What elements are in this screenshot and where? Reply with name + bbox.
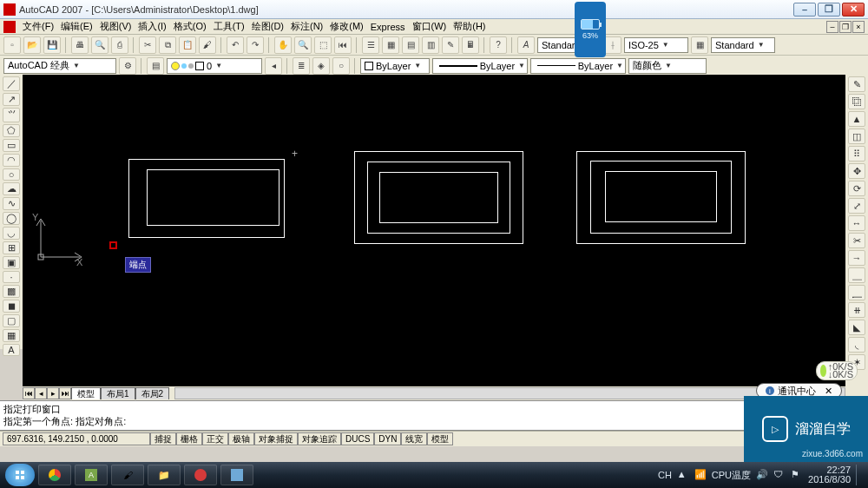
tab-layout1[interactable]: 布局1 [101,387,135,399]
toggle-snap[interactable]: 捕捉 [150,432,176,445]
lineweight-combo[interactable]: ByLayer▼ [530,58,626,74]
menu-help[interactable]: 帮助(H) [450,20,489,33]
rotate-icon[interactable]: ⟳ [848,181,865,196]
table-style-combo[interactable]: Standard▼ [711,37,775,53]
polygon-icon[interactable]: ⬠ [3,124,20,137]
tab-last-icon[interactable]: ⏭ [59,387,71,399]
sheet-set-icon[interactable]: ▥ [422,36,439,54]
tab-next-icon[interactable]: ▸ [47,387,59,399]
print-preview-icon[interactable]: 🔍 [91,36,108,54]
zoom-previous-icon[interactable]: ⏮ [334,36,352,54]
properties-icon[interactable]: ☰ [362,36,379,54]
insert-block-icon[interactable]: ⊞ [3,241,20,254]
menu-window[interactable]: 窗口(W) [409,20,450,33]
cut-icon[interactable]: ✂ [139,36,156,54]
copy-obj-icon[interactable]: ⿻ [848,94,865,109]
revcloud-icon[interactable]: ☁ [3,182,20,195]
match-prop-icon[interactable]: 🖌 [199,36,216,54]
mdi-restore-button[interactable]: ❐ [839,21,852,33]
command-window[interactable]: 指定打印窗口 指定第一个角点: 指定对角点: [0,400,868,431]
break-at-icon[interactable]: ⸏ [848,267,865,283]
coords-readout[interactable]: 697.6316, 149.2150 , 0.0000 [3,432,150,445]
tab-model[interactable]: 模型 [71,387,101,399]
toggle-dyn[interactable]: DYN [374,432,401,445]
tray-icon-1[interactable]: ▲ [677,469,689,481]
toggle-lwt[interactable]: 线宽 [401,432,427,445]
dim-style-combo[interactable]: ISO-25▼ [624,37,688,53]
menu-edit[interactable]: 编辑(E) [57,20,96,33]
table-icon[interactable]: ▦ [3,329,20,342]
tool-palettes-icon[interactable]: ▤ [402,36,419,54]
hatch-icon[interactable]: ▩ [3,285,20,298]
polyline-icon[interactable]: ⺍ [3,108,20,122]
toggle-grid[interactable]: 栅格 [176,432,202,445]
gradient-icon[interactable]: ◼ [3,300,20,313]
print-icon[interactable]: 🖶 [71,36,89,54]
point-icon[interactable]: · [3,271,20,283]
zoom-realtime-icon[interactable]: 🔍 [294,36,312,54]
ellipse-arc-icon[interactable]: ◡ [3,227,20,240]
netspeed-widget[interactable]: ↑0K/S ↓0K/S [816,361,858,380]
tray-clock[interactable]: 22:27 2016/8/30 [808,465,851,485]
menu-dimension[interactable]: 标注(N) [287,20,326,33]
spline-icon[interactable]: ∿ [3,197,20,210]
zoom-window-icon[interactable]: ⬚ [314,36,332,54]
tray-shield-icon[interactable]: 🛡 [773,469,786,481]
undo-icon[interactable]: ↶ [227,36,244,54]
show-desktop-button[interactable] [856,465,863,485]
taskbar-explorer-icon[interactable]: 📁 [148,465,181,485]
scale-icon[interactable]: ⤢ [848,198,865,214]
toggle-ducs[interactable]: DUCS [341,432,374,445]
layer-combo[interactable]: 0▼ [167,58,262,74]
minimize-button[interactable]: – [793,3,816,16]
array-icon[interactable]: ⠿ [848,146,865,162]
paste-icon[interactable]: 📋 [179,36,196,54]
menu-draw[interactable]: 绘图(D) [248,20,287,33]
qcalc-icon[interactable]: 🖩 [462,36,479,54]
taskbar-autocad-icon[interactable]: A [75,465,108,485]
open-icon[interactable]: 📂 [23,36,41,54]
taskbar-chrome-icon[interactable] [38,465,71,485]
mdi-minimize-button[interactable]: – [826,21,838,33]
region-icon[interactable]: ▢ [3,314,20,327]
menu-tools[interactable]: 工具(T) [210,20,248,33]
save-icon[interactable]: 💾 [43,36,61,54]
tab-first-icon[interactable]: ⏮ [23,387,35,399]
maximize-button[interactable]: ❐ [818,3,840,16]
mdi-close-button[interactable]: × [852,21,865,33]
tray-flag-icon[interactable]: ⚑ [791,469,803,481]
workspace-combo[interactable]: AutoCAD 经典▼ [3,58,116,74]
tray-sound-icon[interactable]: 🔊 [756,469,768,481]
menu-express[interactable]: Express [367,22,409,32]
arc-icon[interactable]: ◠ [3,154,20,167]
start-button[interactable] [5,464,35,486]
rectangle-icon[interactable]: ▭ [3,139,20,152]
layer-iso-icon[interactable]: ◈ [312,57,330,75]
layer-off-icon[interactable]: ○ [332,57,350,75]
text-style-icon[interactable]: A [517,36,535,54]
lang-indicator[interactable]: CH [658,470,672,480]
tab-layout2[interactable]: 布局2 [135,387,170,399]
menu-modify[interactable]: 修改(M) [326,20,367,33]
copy-icon[interactable]: ⧉ [159,36,176,54]
help-icon[interactable]: ? [490,36,507,54]
trim-icon[interactable]: ✂ [848,233,865,248]
mirror-icon[interactable]: ▲ [848,111,865,127]
tray-cpu-label[interactable]: CPU温度 [712,469,751,482]
toggle-polar[interactable]: 极轴 [228,432,254,445]
model-viewport[interactable]: Y X + 端点 [23,75,845,386]
offset-icon[interactable]: ◫ [848,129,865,144]
toggle-model[interactable]: 模型 [427,432,453,445]
xline-icon[interactable]: ↗ [3,93,20,106]
circle-icon[interactable]: ○ [3,168,20,181]
menu-insert[interactable]: 插入(I) [135,20,169,33]
fillet-icon[interactable]: ◟ [848,337,865,353]
layer-manager-icon[interactable]: ▤ [147,57,164,75]
stretch-icon[interactable]: ↔ [848,215,865,231]
toggle-otrack[interactable]: 对象追踪 [298,432,341,445]
linetype-combo[interactable]: ByLayer▼ [432,58,528,74]
workspace-settings-icon[interactable]: ⚙ [119,57,136,75]
new-icon[interactable]: ▫ [3,36,21,54]
join-icon[interactable]: ⧺ [848,302,865,318]
toggle-osnap[interactable]: 对象捕捉 [254,432,298,445]
